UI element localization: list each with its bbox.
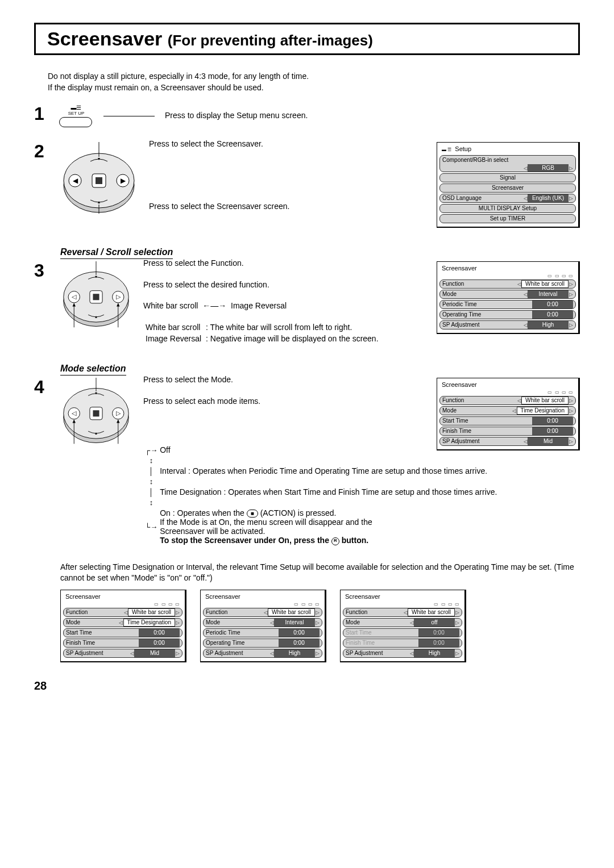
osd-screensaver-panel-a: Screensaver ▭ ▭ ▭ ▭ Function◁White bar s…: [437, 261, 580, 334]
osd-row-label: SP Adjustment: [346, 649, 383, 657]
osd-row: Signal: [439, 173, 576, 182]
setup-button-label: SET UP: [68, 111, 85, 116]
title-sub: (For preventing after-images): [168, 32, 373, 49]
osd-row-label: Component/RGB-in select: [442, 156, 573, 164]
mode-off: Off: [159, 445, 497, 455]
osd-icons: ▭ ▭ ▭ ▭: [439, 273, 576, 278]
osd-row: Function◁White bar scroll▷: [343, 608, 462, 617]
step-3-number: 3: [34, 261, 59, 279]
osd-value: High: [274, 649, 315, 657]
osd-row: Periodic Time0:00: [439, 300, 576, 309]
osd-row: OSD Language◁English (UK)▷: [439, 194, 576, 203]
def-label: White bar scroll: [143, 322, 204, 333]
page-title-box: Screensaver (For preventing after-images…: [34, 23, 580, 55]
osd-value: 0:00: [532, 417, 573, 425]
svg-text:◁: ◁: [72, 410, 77, 417]
osd-row: SP Adjustment◁High▷: [439, 320, 576, 329]
dpad-illustration: ◁ ▷: [59, 261, 133, 331]
osd-row: Periodic Time0:00: [203, 628, 322, 637]
osd-row-label: SP Adjustment: [442, 321, 479, 329]
osd-row: Function◁White bar scroll▷: [63, 608, 182, 617]
osd-value: Time Designation: [517, 407, 569, 415]
osd-row-label: OSD Language: [442, 194, 482, 202]
osd-title: Screensaver: [439, 381, 576, 390]
osd-row-label: Function: [206, 608, 227, 616]
osd-value: 0:00: [418, 639, 459, 647]
osd-row-label: MULTI DISPLAY Setup: [479, 205, 537, 212]
step-4-number: 4: [34, 378, 59, 396]
step-1-text: Press to display the Setup menu screen.: [165, 111, 308, 120]
osd-row-label: Mode: [206, 619, 220, 627]
osd-value: 0:00: [532, 311, 573, 319]
osd-value: 0:00: [418, 629, 459, 637]
osd-value: Interval: [274, 619, 315, 627]
svg-text:▶: ▶: [121, 177, 126, 185]
step-3-text-1: Press to select the Function.: [143, 258, 426, 269]
osd-row-label: SP Adjustment: [66, 649, 103, 657]
osd-row-label: Start Time: [66, 629, 92, 637]
osd-value: 0:00: [279, 629, 320, 637]
osd-row-label: Finish Time: [346, 639, 375, 647]
mode-on-a: On : Operates when the: [160, 508, 247, 518]
mode-on-note-2: Screensaver will be activated.: [160, 527, 265, 536]
osd-row-label: Finish Time: [442, 427, 471, 435]
step-2: 2 ◀ ▶ Press to select the Screensaver. P…: [34, 142, 580, 228]
osd-row: Operating Time0:00: [439, 310, 576, 319]
osd-value: 0:00: [279, 639, 320, 647]
step-1-number: 1: [34, 105, 59, 123]
step-2-number: 2: [34, 142, 59, 160]
osd-title: Screensaver: [343, 592, 462, 602]
osd-value: 0:00: [139, 639, 180, 647]
page-title: Screensaver (For preventing after-images…: [47, 28, 567, 50]
osd-row: Finish Time0:00: [439, 427, 576, 436]
stop-note-b: button.: [342, 536, 368, 545]
osd-row-label: Periodic Time: [206, 629, 240, 637]
osd-row-label: Function: [346, 608, 367, 616]
svg-text:◁: ◁: [72, 294, 77, 301]
svg-rect-15: [93, 294, 99, 300]
mode-on-b: (ACTION) is pressed.: [260, 508, 337, 518]
osd-row: Screensaver: [439, 183, 576, 193]
osd-value: White bar scroll: [268, 608, 315, 616]
osd-icons: ▭ ▭ ▭ ▭: [343, 602, 462, 607]
osd-row: Function◁White bar scroll▷: [439, 396, 576, 405]
osd-setup-title: Setup: [455, 145, 471, 152]
osd-row: Mode◁Time Designation▷: [439, 406, 576, 415]
definition-table: White bar scroll: The white bar will scr…: [143, 322, 381, 344]
osd-row-label: Function: [442, 397, 464, 404]
osd-row-label: Screensaver: [492, 184, 524, 192]
osd-row: Function◁White bar scroll▷: [203, 608, 322, 617]
def-text: : The white bar will scroll from left to…: [204, 322, 381, 333]
svg-rect-30: [93, 410, 99, 416]
osd-value: Mid: [134, 649, 175, 657]
osd-row: Set up TIMER: [439, 214, 576, 223]
osd-row: Start Time0:00: [343, 628, 462, 637]
osd-setup-panel: ▬ ☰ Setup Component/RGB-in select ◁RGB▷ …: [437, 142, 580, 228]
option-white-bar-scroll: White bar scroll: [143, 301, 198, 310]
osd-value: High: [414, 649, 455, 657]
osd-row: Mode◁off▷: [343, 618, 462, 627]
osd-icons: ▭ ▭ ▭ ▭: [63, 602, 182, 607]
def-text: : Negative image will be displayed on th…: [204, 333, 381, 345]
osd-row: Start Time0:00: [63, 628, 182, 637]
mode-flow-table: ┌→Off ↕ │Interval : Operates when Period…: [143, 444, 499, 547]
osd-value: White bar scroll: [408, 608, 455, 616]
option-image-reversal: Image Reversal: [231, 301, 287, 310]
stop-note-a: To stop the Screensaver under On, press …: [160, 536, 331, 545]
osd-row-label: Signal: [500, 174, 516, 182]
def-label: Image Reversal: [143, 333, 204, 345]
osd-value: White bar scroll: [128, 608, 175, 616]
subheading-reversal-scroll: Reversal / Scroll selection: [60, 247, 173, 259]
osd-row: Start Time0:00: [439, 416, 576, 425]
mode-interval: Interval : Operates when Periodic Time a…: [159, 466, 497, 476]
osd-bottom-panel-3: Screensaver ▭ ▭ ▭ ▭ Function◁White bar s…: [340, 590, 466, 662]
osd-row-label: Finish Time: [66, 639, 95, 647]
osd-value: White bar scroll: [521, 280, 569, 288]
svg-text:▷: ▷: [116, 410, 121, 417]
step-3: 3 ◁ ▷ Press to select the Function. Pres…: [34, 261, 580, 344]
osd-value: 0:00: [532, 301, 573, 308]
step-4-text-1: Press to select the Mode.: [143, 374, 426, 386]
osd-row: SP Adjustment◁High▷: [343, 649, 462, 658]
osd-value: 0:00: [532, 427, 573, 435]
step-4: 4 ◁ ▷ Press to select the Mode. Press to…: [34, 378, 580, 547]
